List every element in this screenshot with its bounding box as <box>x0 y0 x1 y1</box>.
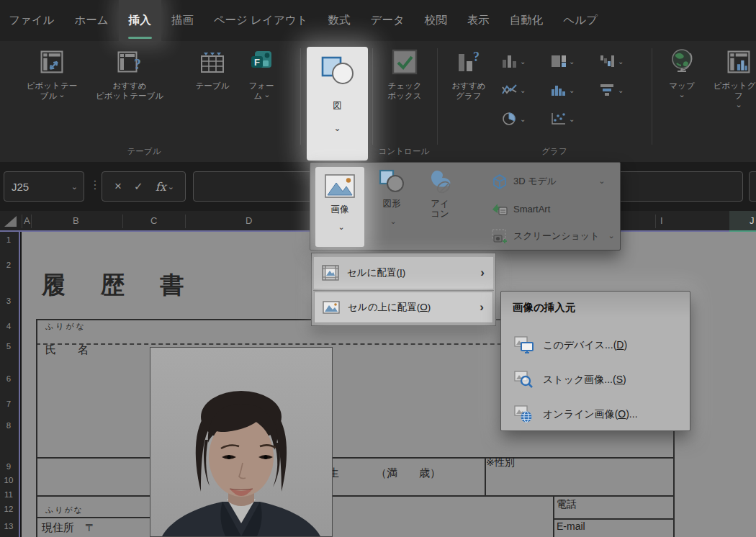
smartart-menu-button[interactable]: SmartArt <box>490 199 550 219</box>
chevron-down-icon <box>388 217 395 227</box>
row-header[interactable]: 3 <box>0 297 17 305</box>
tab-help[interactable]: ヘルプ <box>553 0 608 41</box>
picture-icon <box>325 173 355 202</box>
3d-model-icon <box>490 173 509 190</box>
row-header[interactable]: 8 <box>0 421 17 430</box>
column-header-d[interactable]: D <box>246 215 252 226</box>
waterfall-chart-icon <box>599 54 616 68</box>
online-pictures-icon <box>513 405 536 424</box>
chevron-down-icon <box>166 181 173 193</box>
row-header[interactable]: 1 <box>0 235 17 244</box>
chevron-down-icon <box>70 181 76 193</box>
insert-function-button[interactable]: fx <box>156 180 173 194</box>
place-in-cell-icon <box>320 265 341 281</box>
id-photo <box>150 347 333 537</box>
chevron-down-icon <box>333 122 341 135</box>
tab-home[interactable]: ホーム <box>64 0 118 41</box>
icons-menu-button[interactable]: アイ コン <box>417 167 463 219</box>
insert-pie-chart-button[interactable] <box>501 112 524 126</box>
place-in-cell-item[interactable]: セルに配置(I) › <box>314 257 493 289</box>
pivottable-icon <box>40 45 63 78</box>
illustrations-button[interactable]: 図 <box>307 47 368 161</box>
stock-images-label: ストック画像...(S) <box>543 374 626 387</box>
line-chart-icon <box>501 83 518 97</box>
tab-formulas[interactable]: 数式 <box>318 0 361 41</box>
select-all-icon[interactable] <box>4 216 17 227</box>
row-header[interactable]: 10 <box>0 476 17 484</box>
screenshot-menu-button[interactable]: スクリーンショット <box>490 226 613 246</box>
shapes-icon <box>379 167 405 196</box>
group-divider <box>300 48 301 145</box>
tab-insert[interactable]: 挿入 <box>119 0 161 41</box>
row-header[interactable]: 11 <box>0 490 17 499</box>
row-header[interactable]: 6 <box>0 374 17 383</box>
column-header-i[interactable]: I <box>660 215 663 226</box>
stock-images-item[interactable]: ストック画像...(S) <box>505 364 685 397</box>
column-header-b[interactable]: B <box>73 215 79 226</box>
screenshot-icon <box>490 228 509 244</box>
forms-icon: F <box>250 45 273 78</box>
row-header[interactable]: 12 <box>0 505 17 513</box>
place-over-cells-label: セルの上に配置(O) <box>348 301 431 314</box>
recommended-pivottable-icon: ? <box>117 45 142 78</box>
pivottable-button[interactable]: ピボットテー ブル <box>20 45 84 101</box>
row-header[interactable]: 7 <box>0 400 17 408</box>
insert-line-chart-button[interactable] <box>501 83 524 97</box>
more-options-icon[interactable]: ⋮ <box>89 178 101 191</box>
smartart-label: SmartArt <box>513 204 550 215</box>
submenu-arrow-icon: › <box>480 300 487 315</box>
insert-column-chart-button[interactable] <box>501 54 524 68</box>
expand-formula-bar-button[interactable] <box>749 171 756 202</box>
table-button[interactable]: テーブル <box>184 45 240 91</box>
insert-hierarchy-chart-button[interactable] <box>550 54 573 68</box>
row-header[interactable]: 5 <box>0 342 17 351</box>
this-device-item[interactable]: このデバイス...(D) <box>505 329 685 362</box>
ribbon-tab-bar: ファイル ホーム 挿入 描画 ページ レイアウト 数式 データ 校閲 表示 自動… <box>0 0 756 41</box>
address-label: 現住所 〒 <box>42 521 96 535</box>
recommended-pivottables-button[interactable]: ? おすすめ ピボットテーブル <box>88 45 171 101</box>
maps-button[interactable]: マップ <box>660 45 704 101</box>
insert-scatter-chart-button[interactable] <box>550 112 573 126</box>
tab-page-layout[interactable]: ページ レイアウト <box>204 0 318 41</box>
tab-automate[interactable]: 自動化 <box>500 0 554 41</box>
gender-label: ※性別 <box>486 456 515 469</box>
column-header-c[interactable]: C <box>150 215 157 226</box>
fx-icon: fx <box>156 180 166 194</box>
recommended-pivottables-label: おすすめ ピボットテーブル <box>96 81 163 100</box>
chevron-down-icon <box>567 112 573 125</box>
illustrations-label: 図 <box>333 100 342 112</box>
chevron-down-icon <box>262 91 269 101</box>
tab-review[interactable]: 校閲 <box>415 0 457 41</box>
shapes-menu-button[interactable]: 図形 <box>371 167 413 227</box>
submenu-arrow-icon: › <box>480 266 487 280</box>
row-header[interactable]: 2 <box>0 261 17 269</box>
cancel-button[interactable]: × <box>114 179 122 194</box>
insert-funnel-chart-button[interactable] <box>599 83 622 97</box>
tab-data[interactable]: データ <box>361 0 415 41</box>
email-label: E-mail <box>557 520 585 532</box>
insert-statistic-chart-button[interactable] <box>550 83 573 97</box>
pictures-menu-button[interactable]: 画像 <box>315 167 364 247</box>
insert-waterfall-chart-button[interactable] <box>599 54 622 68</box>
tab-file[interactable]: ファイル <box>0 0 64 41</box>
place-over-cells-item[interactable]: セルの上に配置(O) › <box>314 292 493 323</box>
tab-view[interactable]: 表示 <box>457 0 500 41</box>
submenu-header: 画像の挿入元 <box>501 292 690 320</box>
row-header[interactable]: 9 <box>0 462 17 471</box>
name-box[interactable]: J25 <box>4 171 84 202</box>
checkbox-button[interactable]: チェック ボックス <box>375 45 434 101</box>
tab-draw[interactable]: 描画 <box>161 0 204 41</box>
row-header[interactable]: 4 <box>0 322 17 330</box>
recommended-charts-button[interactable]: ? おすすめ グラフ <box>439 45 498 101</box>
pivotchart-button[interactable]: ピボットグラフ <box>710 45 756 111</box>
enter-button[interactable]: ✓ <box>134 180 143 193</box>
column-header-j-selected[interactable]: J <box>729 211 756 232</box>
column-header-a[interactable]: A <box>24 215 30 226</box>
3d-models-menu-button[interactable]: 3D モデル <box>490 171 603 191</box>
row-header[interactable]: 13 <box>0 522 17 531</box>
funnel-chart-icon <box>599 83 616 97</box>
furigana-label: ふりがな <box>45 321 86 332</box>
forms-button[interactable]: F フォー ム <box>239 45 284 101</box>
column-divider <box>185 215 186 228</box>
online-pictures-item[interactable]: オンライン画像(O)... <box>505 398 685 431</box>
